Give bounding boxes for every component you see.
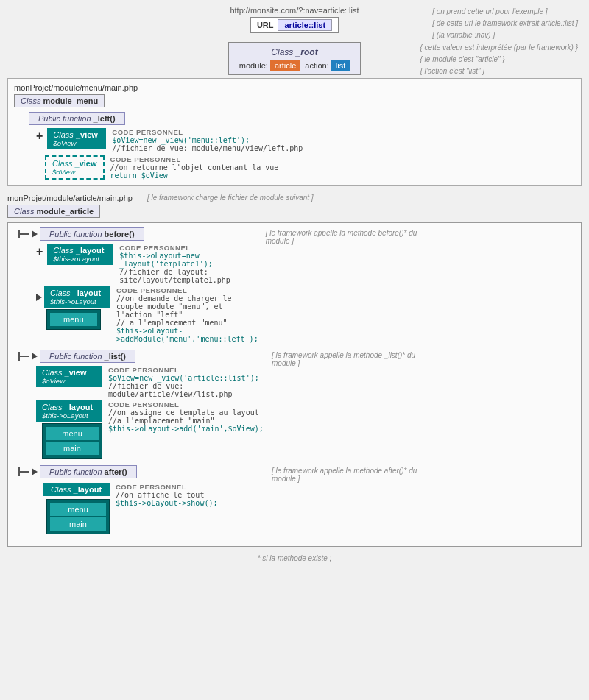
code-line5a: $oView=new _view('article::list'); bbox=[108, 374, 264, 382]
class-module-menu-name: module_menu bbox=[43, 96, 99, 105]
code-label3: CODE PERSONNEL bbox=[119, 244, 258, 252]
code-label6: CODE PERSONNEL bbox=[108, 400, 264, 409]
code-line7b: $this->oLayout->show(); bbox=[116, 499, 217, 507]
class-module-article-box: Class module_article bbox=[7, 205, 100, 218]
code-label2: CODE PERSONNEL bbox=[110, 155, 279, 163]
pub-func-list-name: _list() bbox=[105, 352, 126, 361]
pub-func-before-name: before() bbox=[105, 230, 135, 238]
class-module-menu-keyword: Class bbox=[21, 96, 41, 105]
section2-filepath-comment: [ le framework charge le fichier de modu… bbox=[147, 194, 314, 202]
arrow-before bbox=[32, 230, 38, 238]
module-prop: module: article bbox=[239, 61, 301, 70]
module-label: module: bbox=[239, 61, 268, 70]
plus-icon: + bbox=[36, 130, 43, 143]
code-line1a: $oView=new _view('menu::left'); bbox=[112, 136, 303, 144]
class-layout-after-kw: Class bbox=[51, 485, 71, 494]
arrow-after bbox=[32, 468, 38, 475]
after-comment: [ le framework appelle la methode after(… bbox=[272, 465, 434, 483]
class-layout-code1: CODE PERSONNEL $this->oLayout=new _layou… bbox=[119, 244, 258, 284]
class-layout-dark-var: $this->oLayout bbox=[50, 297, 105, 305]
class-layout-box1: Class _layout $this->oLayout bbox=[47, 244, 113, 265]
class-view-code1: CODE PERSONNEL $oView=new _view('menu::l… bbox=[112, 128, 303, 152]
class-view-dashed-kw: Class bbox=[52, 159, 73, 168]
root-comment2: { le module c'est "article" } bbox=[420, 54, 578, 66]
pub-func-after-name: after() bbox=[105, 467, 127, 476]
action-prop: action: list bbox=[305, 61, 350, 70]
url-box: URL article::list bbox=[250, 17, 339, 33]
menu-box1: menu bbox=[50, 313, 97, 326]
menu-box2: menu bbox=[46, 427, 99, 440]
root-comment1: { cette valeur est interprétée (par le f… bbox=[420, 42, 578, 54]
class-view-var1: $oView bbox=[53, 139, 100, 147]
code-line4b: // a l'emplacement "menu" bbox=[116, 319, 258, 327]
before-comment: [ le framework appelle la methode before… bbox=[266, 227, 428, 245]
pub-func-left-keyword: Public function bbox=[38, 114, 91, 123]
class-layout-list-box: Class _layout $this->oLayout bbox=[36, 400, 102, 422]
class-module-menu-box: Class module_menu bbox=[14, 94, 105, 107]
code-line1b: //fichier de vue: module/menu/view/left.… bbox=[112, 144, 303, 152]
pub-func-before-box: Public function before() bbox=[40, 227, 144, 241]
layout-after-inner: menu main bbox=[46, 499, 110, 534]
class-view-list-code: CODE PERSONNEL $oView=new _view('article… bbox=[108, 366, 264, 398]
code-line6c: $this->oLayout->add('main',$oView); bbox=[108, 425, 264, 433]
pub-func-after-kw: Public function bbox=[49, 467, 102, 476]
pub-func-list-box: Public function _list() bbox=[40, 350, 135, 363]
class-module-article-name: module_article bbox=[37, 207, 94, 216]
class-view-dashed-var: $oView bbox=[52, 168, 97, 176]
class-layout-dark-kw: Class bbox=[50, 289, 71, 297]
class-root-box: Class _root module: article action: list bbox=[228, 42, 361, 75]
code-line4c: $this->oLayout->addModule('menu','menu::… bbox=[116, 327, 258, 343]
main-box1: main bbox=[46, 442, 99, 455]
url-text: http://monsite.com/?:nav=article::list bbox=[230, 6, 359, 15]
code-line3a: $this->oLayout=new _layout('template1'); bbox=[119, 252, 258, 268]
class-view-list-name: _view bbox=[63, 368, 87, 377]
code-label5: CODE PERSONNEL bbox=[108, 366, 264, 374]
url-value: article::list bbox=[278, 19, 332, 31]
layout-dark-inner: menu bbox=[46, 309, 101, 330]
class-layout-list-kw: Class bbox=[42, 403, 63, 411]
code-line5b: //fichier de vue: module/article/view/li… bbox=[108, 382, 264, 398]
code-line4a: //on demande de charger le couple module… bbox=[116, 294, 258, 319]
code-line2b: return $oView bbox=[110, 172, 279, 180]
main-box2: main bbox=[50, 517, 106, 531]
class-view-dashed-box: Class _view $oView bbox=[45, 155, 105, 180]
pub-func-after-box: Public function after() bbox=[40, 465, 137, 478]
arrow-layout-dark bbox=[36, 294, 42, 301]
arrow-list bbox=[32, 353, 38, 360]
code-label7: CODE PERSONNEL bbox=[116, 483, 217, 491]
menu-box3: menu bbox=[50, 503, 106, 516]
class-layout-list-var: $this->oLayout bbox=[42, 411, 96, 420]
class-view-name1: _view bbox=[74, 130, 98, 139]
class-root-keyword: Class bbox=[271, 47, 293, 57]
url-comment1: [ on prend cette url pour l'exemple ] bbox=[432, 6, 578, 18]
class-view-list-kw: Class bbox=[42, 368, 63, 377]
class-layout-var1: $this->oLayout bbox=[53, 255, 107, 263]
class-layout-after-name: _layout bbox=[71, 485, 102, 494]
class-module-article-kw: Class bbox=[14, 207, 35, 216]
code-label1: CODE PERSONNEL bbox=[112, 128, 303, 136]
code-line2a: //on retourne l'objet contenant la vue bbox=[110, 163, 279, 172]
class-layout-after-code: CODE PERSONNEL //on affiche le tout $thi… bbox=[116, 483, 217, 507]
pub-func-left-box: Public function _left() bbox=[29, 112, 125, 125]
code-label4: CODE PERSONNEL bbox=[116, 286, 258, 294]
url-label: URL bbox=[257, 21, 274, 29]
code-line7a: //on affiche le tout bbox=[116, 491, 217, 499]
class-layout-dark-box: Class _layout $this->oLayout bbox=[44, 286, 110, 308]
pub-func-before-kw: Public function bbox=[49, 230, 102, 238]
code-line3b: //fichier de layout: site/layout/templat… bbox=[119, 268, 258, 284]
class-view-list-var: $oView bbox=[42, 377, 96, 385]
section1-filepath: monProjet/module/menu/main.php bbox=[14, 83, 575, 92]
class-view-list-box: Class _view $oView bbox=[36, 366, 102, 387]
code-line6b: //a l'emplacement "main" bbox=[108, 417, 264, 425]
class-layout-dark-name: _layout bbox=[71, 289, 102, 297]
class-layout-list-code: CODE PERSONNEL //on assigne ce template … bbox=[108, 400, 264, 433]
class-view-dashed-name: _view bbox=[73, 159, 97, 168]
class-root-name: _root bbox=[296, 47, 318, 57]
list-comment: [ le framework appelle la methode _list(… bbox=[272, 350, 434, 367]
class-layout-name1: _layout bbox=[74, 246, 105, 255]
module-value: article bbox=[270, 60, 300, 71]
url-comment3: [ (la variable :nav) ] bbox=[432, 29, 578, 41]
pub-func-list-kw: Public function bbox=[49, 352, 102, 361]
url-comment2: [ de cette url le framework extrait arti… bbox=[432, 18, 578, 29]
footnote: * si la methode existe ; bbox=[7, 554, 582, 562]
